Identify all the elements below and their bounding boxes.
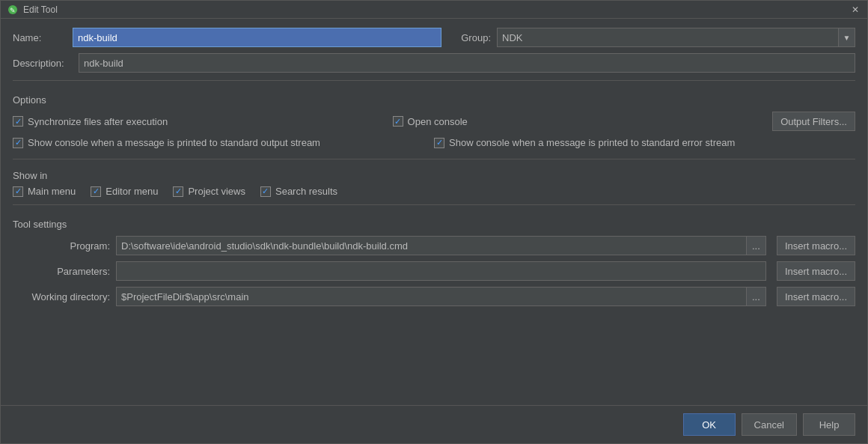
- show-in-section-label: Show in: [13, 170, 855, 181]
- editor-menu-label: Editor menu: [106, 186, 158, 197]
- parameters-row: Parameters: Insert macro...: [13, 261, 855, 281]
- parameters-insert-macro-button[interactable]: Insert macro...: [777, 261, 855, 281]
- ok-button[interactable]: OK: [683, 413, 736, 436]
- show-in-row: Main menu Editor menu Project views Sear…: [13, 186, 855, 197]
- working-directory-label: Working directory:: [13, 291, 110, 302]
- working-directory-browse-button[interactable]: ...: [747, 287, 766, 306]
- main-menu-checkbox[interactable]: [13, 186, 23, 197]
- name-group-row: Name: Group: ▼: [13, 28, 855, 47]
- edit-tool-icon: ✎: [7, 4, 19, 16]
- bottom-bar: OK Cancel Help: [1, 405, 867, 443]
- show-console-stderr-checkbox[interactable]: [434, 138, 444, 148]
- options-section-label: Options: [13, 94, 855, 106]
- open-console-checkbox[interactable]: [393, 116, 403, 127]
- program-input[interactable]: [116, 236, 747, 255]
- program-browse-button[interactable]: ...: [747, 236, 766, 255]
- divider-1: [13, 80, 855, 81]
- show-console-stderr-checkbox-item[interactable]: Show console when a message is printed t…: [434, 137, 855, 148]
- project-views-label: Project views: [188, 186, 245, 197]
- parameters-label: Parameters:: [13, 266, 110, 277]
- main-menu-checkbox-item[interactable]: Main menu: [13, 186, 76, 197]
- tool-settings-section: Tool settings Program: ... Insert macro.…: [13, 216, 855, 306]
- tool-settings-label: Tool settings: [13, 219, 855, 230]
- options-section: Options Synchronize files after executio…: [13, 88, 855, 151]
- output-filters-button[interactable]: Output Filters...: [772, 112, 855, 131]
- title-bar: ✎ Edit Tool ✕: [1, 1, 867, 19]
- parameters-input[interactable]: [116, 261, 766, 281]
- divider-2: [13, 159, 855, 159]
- program-row: Program: ... Insert macro...: [13, 236, 855, 255]
- working-directory-row: Working directory: ... Insert macro...: [13, 287, 855, 306]
- program-insert-macro-button[interactable]: Insert macro...: [777, 236, 855, 255]
- edit-tool-dialog: ✎ Edit Tool ✕ Name: Group: ▼ Description…: [0, 0, 868, 444]
- show-console-stdout-checkbox[interactable]: [13, 138, 23, 148]
- editor-menu-checkbox[interactable]: [91, 186, 101, 197]
- name-input[interactable]: [73, 28, 441, 47]
- group-dropdown-button[interactable]: ▼: [839, 28, 855, 47]
- window-title: Edit Tool: [23, 4, 58, 15]
- sync-files-checkbox[interactable]: [13, 116, 23, 127]
- program-input-wrapper: ...: [116, 236, 766, 255]
- show-in-section: Show in Main menu Editor menu Project vi…: [13, 167, 855, 197]
- search-results-checkbox[interactable]: [260, 186, 271, 197]
- options-row-1: Synchronize files after execution Open c…: [13, 112, 855, 131]
- close-button[interactable]: ✕: [849, 4, 861, 16]
- show-console-stdout-checkbox-item[interactable]: Show console when a message is printed t…: [13, 137, 434, 148]
- divider-3: [13, 204, 855, 205]
- group-label: Group:: [453, 32, 491, 43]
- working-directory-insert-macro-button[interactable]: Insert macro...: [777, 287, 855, 306]
- title-bar-left: ✎ Edit Tool: [7, 4, 58, 16]
- project-views-checkbox-item[interactable]: Project views: [173, 186, 245, 197]
- open-console-checkbox-item[interactable]: Open console: [393, 116, 773, 127]
- dialog-content: Name: Group: ▼ Description: Options Sync…: [1, 19, 867, 405]
- cancel-button[interactable]: Cancel: [742, 413, 797, 436]
- options-row-2: Show console when a message is printed t…: [13, 137, 855, 148]
- group-select-wrapper: ▼: [497, 28, 855, 47]
- show-console-stderr-label: Show console when a message is printed t…: [449, 137, 735, 148]
- name-label: Name:: [13, 32, 73, 43]
- show-console-stdout-label: Show console when a message is printed t…: [28, 137, 320, 148]
- working-directory-input[interactable]: [116, 287, 747, 306]
- project-views-checkbox[interactable]: [173, 186, 183, 197]
- search-results-checkbox-item[interactable]: Search results: [260, 186, 337, 197]
- editor-menu-checkbox-item[interactable]: Editor menu: [91, 186, 158, 197]
- program-label: Program:: [13, 240, 110, 252]
- description-input[interactable]: [79, 53, 855, 73]
- group-input[interactable]: [497, 28, 839, 47]
- search-results-label: Search results: [275, 186, 337, 197]
- sync-files-label: Synchronize files after execution: [28, 116, 168, 127]
- description-label: Description:: [13, 58, 73, 69]
- description-row: Description:: [13, 53, 855, 73]
- help-button[interactable]: Help: [803, 413, 855, 436]
- svg-text:✎: ✎: [10, 6, 16, 13]
- main-menu-label: Main menu: [28, 186, 76, 197]
- parameters-input-wrapper: [116, 261, 766, 281]
- open-console-label: Open console: [408, 116, 468, 127]
- sync-files-checkbox-item[interactable]: Synchronize files after execution: [13, 116, 393, 127]
- working-directory-input-wrapper: ...: [116, 287, 766, 306]
